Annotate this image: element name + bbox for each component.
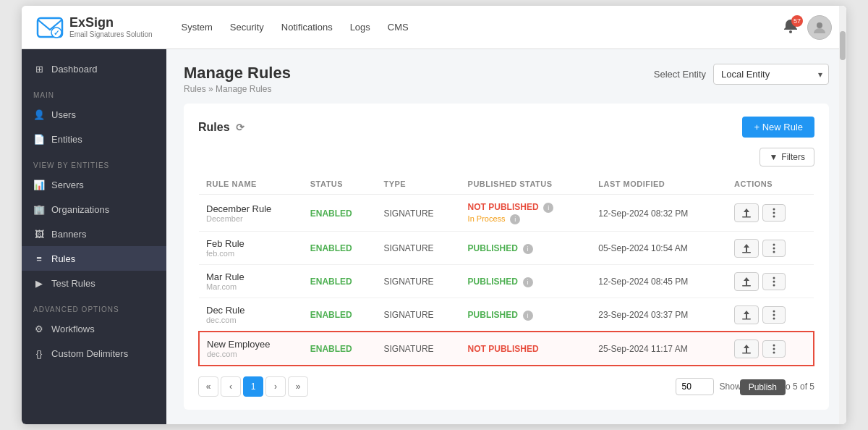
sidebar-item-custom-delimiters[interactable]: {} Custom Delimiters <box>22 341 166 366</box>
sidebar-item-users[interactable]: 👤 Users <box>22 102 166 127</box>
nav-notifications[interactable]: Notifications <box>281 22 333 33</box>
app-subtitle: Email Signatures Solution <box>69 30 153 38</box>
upload-icon <box>741 207 752 219</box>
page-first[interactable]: « <box>198 376 218 397</box>
svg-point-14 <box>773 277 775 279</box>
sidebar-item-rules[interactable]: ≡ Rules <box>22 246 166 271</box>
page-title: Manage Rules <box>184 64 291 83</box>
sidebar-item-dashboard[interactable]: ⊞ Dashboard <box>22 56 166 81</box>
bell-icon[interactable]: 57 <box>783 18 799 37</box>
sidebar-label-dashboard: Dashboard <box>51 64 98 75</box>
banners-icon: 🖼 <box>33 228 45 240</box>
nav-system[interactable]: System <box>182 22 213 33</box>
table-row: New Employeedec.comENABLEDSIGNATURENOT P… <box>199 332 814 366</box>
rules-header: Rules ⟳ + New Rule <box>198 117 814 138</box>
sidebar-item-entities[interactable]: 📄 Entities <box>22 127 166 151</box>
sidebar-item-workflows[interactable]: ⚙ Workflows <box>22 316 166 341</box>
pub-sub: In Process <box>468 214 506 223</box>
more-actions-button[interactable] <box>762 340 786 358</box>
breadcrumb-separator: » <box>208 84 213 94</box>
upload-icon <box>741 309 752 321</box>
col-status: STATUS <box>303 174 377 195</box>
more-actions-button[interactable] <box>762 204 786 222</box>
users-icon: 👤 <box>33 109 45 120</box>
sidebar-label-organizations: Organizations <box>51 204 109 215</box>
new-rule-button[interactable]: + New Rule <box>742 117 814 138</box>
rule-sub: feb.com <box>206 249 296 258</box>
dashboard-icon: ⊞ <box>33 63 45 75</box>
last-modified: 12-Sep-2024 08:45 PM <box>598 277 688 287</box>
sidebar-item-banners[interactable]: 🖼 Banners <box>22 222 166 246</box>
sidebar-label-entities: Entities <box>51 134 82 145</box>
upload-icon <box>741 243 752 254</box>
nav-logs[interactable]: Logs <box>350 22 370 33</box>
filters-button[interactable]: ▼ Filters <box>760 148 814 166</box>
svg-point-3 <box>789 30 792 33</box>
more-actions-button[interactable] <box>762 306 786 324</box>
publish-button[interactable] <box>734 239 759 258</box>
page-current[interactable]: 1 <box>243 376 263 397</box>
svg-point-11 <box>773 247 775 249</box>
breadcrumb-rules[interactable]: Rules <box>184 84 206 94</box>
status-badge: ENABLED <box>310 277 352 287</box>
page-next[interactable]: › <box>265 376 286 397</box>
ellipsis-icon <box>769 344 779 354</box>
table-row: December RuleDecemberENABLEDSIGNATURENOT… <box>199 195 814 232</box>
rows-per-page-select[interactable]: 50 25 100 <box>676 378 714 395</box>
entity-select-wrap: Local Entity Global Entity <box>713 64 829 85</box>
top-nav: ✓ ExSign Email Signatures Solution Syste… <box>22 6 846 49</box>
publish-button[interactable] <box>734 305 759 324</box>
table-row: Feb Rulefeb.comENABLEDSIGNATUREPUBLISHED… <box>199 232 814 265</box>
sidebar-item-test-rules[interactable]: ▶ Test Rules <box>22 271 166 295</box>
actions-cell <box>734 272 807 291</box>
rule-sub: December <box>206 214 296 223</box>
page-header: Manage Rules Rules » Manage Rules Select… <box>184 64 829 95</box>
actions-cell <box>734 340 806 358</box>
pub-status-badge: PUBLISHED <box>468 243 518 253</box>
breadcrumb-current: Manage Rules <box>216 84 271 94</box>
info-icon[interactable]: i <box>543 203 553 213</box>
scrollbar-thumb[interactable] <box>840 31 846 60</box>
info-icon[interactable]: i <box>523 244 533 254</box>
refresh-icon[interactable]: ⟳ <box>236 122 244 133</box>
type-badge: SIGNATURE <box>383 243 433 253</box>
sidebar-label-test-rules: Test Rules <box>51 278 95 289</box>
info-icon[interactable]: i <box>523 277 533 287</box>
rule-name: December Rule <box>206 203 296 214</box>
status-badge: ENABLED <box>310 208 352 219</box>
sidebar-item-organizations[interactable]: 🏢 Organizations <box>22 197 166 222</box>
svg-point-22 <box>773 344 775 346</box>
col-actions: ACTIONS <box>727 174 814 195</box>
publish-button[interactable] <box>734 272 759 291</box>
scrollbar[interactable] <box>839 6 846 424</box>
sidebar-item-servers[interactable]: 📊 Servers <box>22 172 166 197</box>
entity-selector-row: Select Entity Local Entity Global Entity <box>654 64 829 85</box>
info-icon[interactable]: i <box>523 311 533 321</box>
ellipsis-icon <box>769 243 779 253</box>
info-icon2[interactable]: i <box>510 214 520 224</box>
more-actions-button[interactable] <box>762 273 786 290</box>
delimiters-icon: {} <box>33 347 45 359</box>
more-actions-button[interactable] <box>762 240 786 257</box>
last-modified: 25-Sep-2024 11:17 AM <box>598 344 687 354</box>
publish-tooltip: Publish <box>740 379 786 395</box>
ellipsis-icon <box>769 208 779 218</box>
publish-button[interactable] <box>734 203 759 222</box>
actions-cell <box>734 305 807 324</box>
publish-button[interactable] <box>734 340 759 358</box>
type-badge: SIGNATURE <box>383 310 433 320</box>
col-last-modified: LAST MODIFIED <box>591 174 727 195</box>
page-prev[interactable]: ‹ <box>221 376 241 397</box>
pub-status-badge: NOT PUBLISHED <box>468 202 539 212</box>
actions-cell <box>734 203 807 222</box>
test-rules-icon: ▶ <box>33 277 45 289</box>
nav-security[interactable]: Security <box>230 22 264 33</box>
entity-select[interactable]: Local Entity Global Entity <box>713 64 829 85</box>
nav-cms[interactable]: CMS <box>388 22 409 33</box>
user-avatar[interactable] <box>807 15 832 40</box>
type-badge: SIGNATURE <box>383 208 433 219</box>
page-last[interactable]: » <box>288 376 308 397</box>
rule-sub: dec.com <box>207 350 296 358</box>
table-row: Mar RuleMar.comENABLEDSIGNATUREPUBLISHED… <box>199 265 814 298</box>
svg-point-6 <box>773 208 775 211</box>
